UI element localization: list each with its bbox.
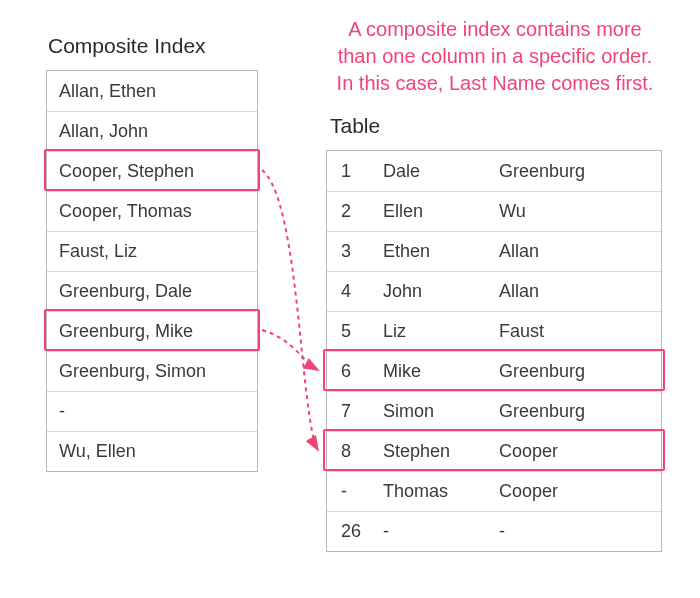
- index-entry: Greenburg, Mike: [59, 321, 193, 342]
- first-name: Simon: [375, 401, 495, 422]
- index-row: Cooper, Stephen: [47, 151, 257, 191]
- table-row: 6 Mike Greenburg: [327, 351, 661, 391]
- last-name: Cooper: [495, 481, 661, 502]
- first-name: John: [375, 281, 495, 302]
- row-number: 8: [327, 441, 375, 462]
- last-name: Wu: [495, 201, 661, 222]
- table-row: 2 Ellen Wu: [327, 191, 661, 231]
- index-entry: Greenburg, Simon: [59, 361, 206, 382]
- table-row: - Thomas Cooper: [327, 471, 661, 511]
- table-row: 8 Stephen Cooper: [327, 431, 661, 471]
- first-name: Ethen: [375, 241, 495, 262]
- first-name: Ellen: [375, 201, 495, 222]
- first-name: Thomas: [375, 481, 495, 502]
- index-row: -: [47, 391, 257, 431]
- row-number: 3: [327, 241, 375, 262]
- row-number: -: [327, 481, 375, 502]
- last-name: Allan: [495, 241, 661, 262]
- first-name: Stephen: [375, 441, 495, 462]
- index-entry: Allan, Ethen: [59, 81, 156, 102]
- index-entry: Allan, John: [59, 121, 148, 142]
- first-name: Dale: [375, 161, 495, 182]
- row-number: 6: [327, 361, 375, 382]
- index-entry: Wu, Ellen: [59, 441, 136, 462]
- index-entry: Cooper, Stephen: [59, 161, 194, 182]
- table-row: 26 - -: [327, 511, 661, 551]
- data-table: 1 Dale Greenburg 2 Ellen Wu 3 Ethen Alla…: [326, 150, 662, 552]
- caption-line: than one column in a specific order.: [338, 45, 653, 67]
- row-number: 5: [327, 321, 375, 342]
- first-name: Mike: [375, 361, 495, 382]
- row-number: 7: [327, 401, 375, 422]
- index-row: Greenburg, Dale: [47, 271, 257, 311]
- last-name: Faust: [495, 321, 661, 342]
- last-name: Cooper: [495, 441, 661, 462]
- last-name: Greenburg: [495, 401, 661, 422]
- caption-line: In this case, Last Name comes first.: [337, 72, 654, 94]
- first-name: Liz: [375, 321, 495, 342]
- index-entry: -: [59, 401, 65, 422]
- table-title: Table: [330, 114, 380, 138]
- index-entry: Cooper, Thomas: [59, 201, 192, 222]
- index-row: Greenburg, Mike: [47, 311, 257, 351]
- index-row: Wu, Ellen: [47, 431, 257, 471]
- last-name: Greenburg: [495, 361, 661, 382]
- row-number: 4: [327, 281, 375, 302]
- index-row: Allan, John: [47, 111, 257, 151]
- composite-index-title: Composite Index: [48, 34, 206, 58]
- table-row: 5 Liz Faust: [327, 311, 661, 351]
- index-row: Greenburg, Simon: [47, 351, 257, 391]
- index-row: Faust, Liz: [47, 231, 257, 271]
- last-name: Greenburg: [495, 161, 661, 182]
- table-row: 4 John Allan: [327, 271, 661, 311]
- table-row: 7 Simon Greenburg: [327, 391, 661, 431]
- index-entry: Greenburg, Dale: [59, 281, 192, 302]
- table-row: 1 Dale Greenburg: [327, 151, 661, 191]
- row-number: 1: [327, 161, 375, 182]
- explanation-caption: A composite index contains more than one…: [310, 16, 680, 97]
- composite-index-list: Allan, Ethen Allan, John Cooper, Stephen…: [46, 70, 258, 472]
- index-row: Cooper, Thomas: [47, 191, 257, 231]
- row-number: 2: [327, 201, 375, 222]
- table-row: 3 Ethen Allan: [327, 231, 661, 271]
- last-name: -: [495, 521, 661, 542]
- last-name: Allan: [495, 281, 661, 302]
- caption-line: A composite index contains more: [348, 18, 642, 40]
- index-row: Allan, Ethen: [47, 71, 257, 111]
- row-number: 26: [327, 521, 375, 542]
- index-entry: Faust, Liz: [59, 241, 137, 262]
- first-name: -: [375, 521, 495, 542]
